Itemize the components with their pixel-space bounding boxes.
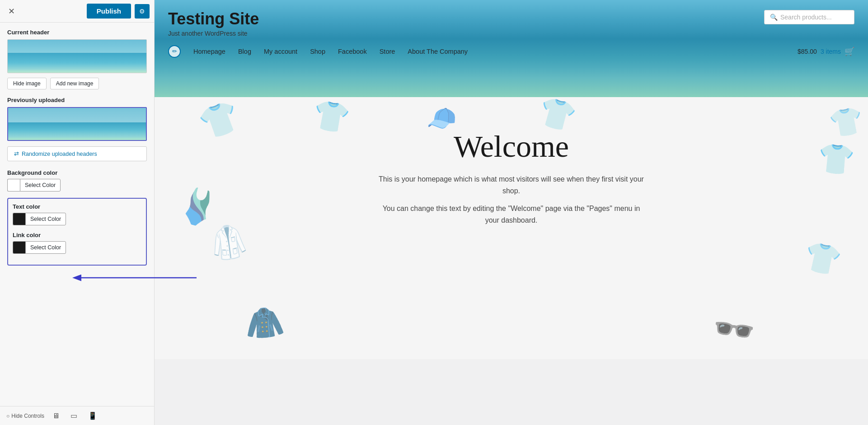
background-color-picker: Select Color — [7, 179, 147, 191]
hide-controls-icon: ○ — [6, 413, 9, 419]
text-color-label: Text color — [13, 203, 141, 210]
search-icon: 🔍 — [770, 14, 778, 21]
panel-content: Current header Hide image Add new image … — [0, 23, 154, 406]
tablet-view-button[interactable]: ▭ — [68, 410, 80, 421]
current-header-label: Current header — [7, 29, 147, 36]
nav-shop[interactable]: Shop — [304, 46, 332, 57]
site-tagline: Just another WordPress site — [168, 30, 764, 37]
desktop-view-button[interactable]: 🖥 — [50, 411, 62, 421]
text-select-color-button[interactable]: Select Color — [25, 213, 66, 225]
gear-button[interactable]: ⚙ — [135, 4, 150, 19]
randomize-button[interactable]: ⇄ Randomize uploaded headers — [7, 146, 147, 161]
cart-area: $85.00 3 items 🛒 — [798, 47, 854, 56]
welcome-text-2: You can change this text by editing the … — [376, 203, 647, 226]
close-button[interactable]: ✕ — [5, 5, 19, 18]
link-color-swatch[interactable] — [13, 241, 25, 254]
search-placeholder: Search products... — [780, 14, 832, 21]
welcome-title: Welcome — [376, 129, 647, 164]
publish-button[interactable]: Publish — [87, 4, 131, 19]
link-color-picker: Select Color — [13, 241, 141, 254]
site-title: Testing Site — [168, 10, 764, 28]
main-area: Testing Site Just another WordPress site… — [155, 0, 868, 425]
hide-controls-label: Hide Controls — [11, 413, 44, 419]
nav-my-account[interactable]: My account — [258, 46, 304, 57]
nav-facebook[interactable]: Facebook — [332, 46, 373, 57]
nav-homepage[interactable]: Homepage — [187, 46, 232, 57]
top-bar: ✕ Publish ⚙ — [0, 0, 154, 23]
clothing-item-5: 👕 — [827, 103, 866, 141]
link-select-color-button[interactable]: Select Color — [25, 241, 66, 254]
site-title-block: Testing Site Just another WordPress site — [168, 10, 764, 37]
link-color-label: Link color — [13, 232, 141, 238]
previously-uploaded-preview[interactable] — [7, 107, 147, 141]
welcome-section: 👕 👕 🧢 👕 👕 👕 🩱 🥼 👕 🧥 🕶️ Welcome This is y… — [155, 97, 868, 359]
clothing-item-1: 👕 — [195, 97, 244, 144]
cart-icon[interactable]: 🛒 — [845, 47, 854, 56]
clothing-item-8: 🥼 — [206, 221, 251, 263]
previously-uploaded-label: Previously uploaded — [7, 97, 147, 103]
hide-controls-button[interactable]: ○ Hide Controls — [6, 413, 44, 419]
clothing-item-7: 🩱 — [173, 182, 224, 232]
clothing-item-6: 👕 — [816, 141, 856, 178]
randomize-icon: ⇄ — [14, 150, 19, 157]
image-buttons: Hide image Add new image — [7, 78, 147, 89]
welcome-center: Welcome This is your homepage which is w… — [376, 115, 647, 226]
background-select-color-button[interactable]: Select Color — [20, 179, 61, 191]
nav-store[interactable]: Store — [373, 46, 402, 57]
highlighted-color-box: Text color Select Color Link color Selec… — [7, 198, 147, 266]
text-color-picker: Select Color — [13, 213, 141, 225]
search-box[interactable]: 🔍 Search products... — [764, 10, 854, 24]
current-header-preview — [7, 39, 147, 73]
mobile-view-button[interactable]: 📱 — [85, 410, 100, 421]
background-color-section: Background color Select Color — [7, 169, 147, 191]
text-color-swatch[interactable] — [13, 213, 25, 225]
hide-image-button[interactable]: Hide image — [7, 78, 47, 89]
randomize-label: Randomize uploaded headers — [22, 151, 97, 157]
site-nav: ✏ Homepage Blog My account Shop Facebook… — [155, 42, 868, 61]
add-new-image-button[interactable]: Add new image — [50, 78, 99, 89]
clothing-item-10: 🧥 — [244, 302, 286, 342]
cart-items: 3 items — [821, 48, 841, 55]
link-color-section: Link color Select Color — [13, 232, 141, 254]
clothing-item-11: 🕶️ — [710, 308, 757, 353]
nav-about-company[interactable]: About The Company — [401, 46, 474, 57]
nav-blog[interactable]: Blog — [232, 46, 258, 57]
text-color-section: Text color Select Color — [13, 203, 141, 225]
clothing-item-9: 👕 — [801, 238, 844, 279]
edit-nav-icon[interactable]: ✏ — [168, 45, 181, 58]
welcome-text-1: This is your homepage which is what most… — [376, 173, 647, 196]
clothing-item-2: 👕 — [310, 97, 352, 136]
left-panel: ✕ Publish ⚙ Current header Hide image Ad… — [0, 0, 155, 425]
background-color-label: Background color — [7, 169, 147, 176]
site-header: Testing Site Just another WordPress site… — [155, 0, 868, 97]
bottom-bar: ○ Hide Controls 🖥 ▭ 📱 — [0, 406, 154, 425]
cart-price: $85.00 — [798, 48, 817, 55]
background-color-swatch[interactable] — [7, 179, 20, 191]
